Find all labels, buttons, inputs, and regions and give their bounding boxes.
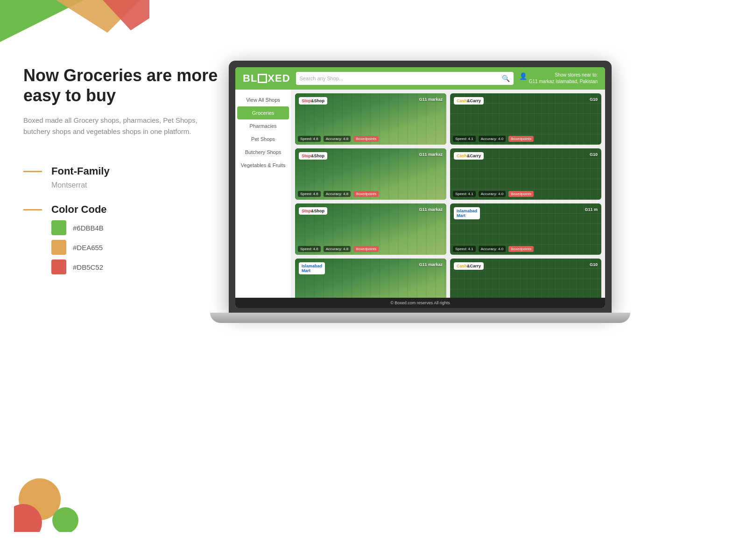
- laptop-body: BLXED Search any Shop... 🔍 👤 Show stores…: [229, 61, 612, 331]
- shop-location-5: G11 markaz: [419, 207, 443, 212]
- badge-text2-2: &Carry: [467, 98, 481, 103]
- shop-badge-1: Stop&Shop: [299, 97, 327, 105]
- badge-text1-7: Islamabad: [302, 264, 322, 268]
- sidebar-item-petshops[interactable]: Pet Shops: [235, 133, 291, 146]
- color-row-2: #DEA655: [51, 240, 219, 255]
- shop-location-6: G11 m: [585, 207, 598, 212]
- badge-text1-4: Cash: [457, 154, 467, 158]
- person-icon: 👤: [519, 72, 527, 81]
- accuracy-badge-2: Accuracy: 4.0: [479, 136, 506, 142]
- left-panel: Now Groceries are more easy to buy Boxed…: [23, 65, 219, 279]
- shop-footer-1: Speed: 4.6 Accuracy: 4.8 Boxedpoints: [298, 136, 379, 142]
- shop-card-3[interactable]: Stop&Shop G11 markaz Speed: 4.6 Accuracy…: [295, 148, 446, 200]
- box-icon: [258, 74, 267, 83]
- speed-badge-5: Speed: 4.6: [298, 246, 321, 252]
- shop-location-8: G10: [590, 262, 598, 267]
- speed-badge-4: Speed: 4.1: [453, 191, 476, 197]
- sub-text: Boxed made all Grocery shops, pharmacies…: [23, 115, 219, 137]
- shop-footer-3: Speed: 4.6 Accuracy: 4.8 Boxedpoints: [298, 191, 379, 197]
- swatch-gold-label: #DEA655: [73, 244, 103, 252]
- app-footer: © Boxed.com reserves All rights: [235, 298, 605, 308]
- shop-card-7[interactable]: IslamabadMart G11 markaz Speed: 4.6 Accu…: [295, 259, 446, 298]
- badge-text2-5: &Shop: [311, 209, 324, 213]
- boxedpoints-badge-2: Boxedpoints: [508, 136, 534, 142]
- boxedpoints-badge-5: Boxedpoints: [353, 246, 379, 252]
- shop-badge-5: Stop&Shop: [299, 207, 327, 215]
- speed-badge-1: Speed: 4.6: [298, 136, 321, 142]
- swatch-gold: [51, 240, 66, 255]
- badge-text2-8: &Carry: [467, 264, 481, 268]
- shop-card-2[interactable]: Cash&Carry G10 Speed: 4.1 Accuracy: 4.0 …: [450, 93, 601, 145]
- app-logo: BLXED: [243, 72, 290, 84]
- boxedpoints-badge-4: Boxedpoints: [508, 191, 534, 197]
- swatch-green: [51, 220, 66, 235]
- app-body: View All Shops Groceries Pharmacies Pet …: [235, 90, 605, 298]
- main-heading: Now Groceries are more easy to buy: [23, 65, 219, 105]
- location-label: Show stores near to:: [529, 72, 598, 78]
- color-row-1: #6DBB4B: [51, 220, 219, 235]
- boxedpoints-badge-1: Boxedpoints: [353, 136, 379, 142]
- accuracy-badge-1: Accuracy: 4.8: [324, 136, 351, 142]
- shop-card-8[interactable]: Cash&Carry G10 Speed: 4.1 Accuracy: 4.0 …: [450, 259, 601, 298]
- shop-location-2: G10: [590, 97, 598, 102]
- search-placeholder-text: Search any Shop...: [300, 76, 499, 81]
- shop-grid: Stop&Shop G11 markaz Speed: 4.6 Accuracy…: [295, 93, 601, 298]
- accuracy-badge-4: Accuracy: 4.0: [479, 191, 506, 197]
- badge-text2-6: Mart: [457, 213, 465, 218]
- shop-card-1[interactable]: Stop&Shop G11 markaz Speed: 4.6 Accuracy…: [295, 93, 446, 145]
- location-info: 👤 Show stores near to: G11 markaz Islama…: [519, 72, 598, 85]
- shop-footer-2: Speed: 4.1 Accuracy: 4.0 Boxedpoints: [453, 136, 534, 142]
- location-value: G11 markaz Islamabad, Pakistan: [529, 78, 598, 85]
- badge-text1-3: Stop: [302, 154, 311, 158]
- badge-text1-2: Cash: [457, 98, 467, 103]
- shop-location-7: G11 markaz: [419, 262, 443, 267]
- boxedpoints-badge-6: Boxedpoints: [508, 246, 534, 252]
- badge-text1-6: Islamabad: [457, 209, 477, 213]
- accuracy-badge-3: Accuracy: 4.8: [324, 191, 351, 197]
- sidebar-item-viewall[interactable]: View All Shops: [235, 93, 291, 106]
- badge-text1-5: Stop: [302, 209, 311, 213]
- sidebar-item-pharmacies[interactable]: Pharmacies: [235, 119, 291, 133]
- color-swatches: #6DBB4B #DEA655 #DB5C52: [23, 220, 219, 274]
- color-section: Color Code #6DBB4B #DEA655 #DB5C52: [23, 203, 219, 274]
- badge-text2-7: Mart: [302, 268, 310, 273]
- main-content: Stop&Shop G11 markaz Speed: 4.6 Accuracy…: [291, 90, 605, 298]
- search-icon: 🔍: [502, 75, 510, 82]
- sidebar-item-vegetables[interactable]: Vegetables & Fruits: [235, 159, 291, 172]
- font-section-label: Font-Family: [51, 165, 110, 177]
- shop-card-6[interactable]: IslamabadMart G11 m Speed: 4.1 Accuracy:…: [450, 203, 601, 255]
- speed-badge-6: Speed: 4.1: [453, 246, 476, 252]
- sidebar: View All Shops Groceries Pharmacies Pet …: [235, 90, 291, 298]
- swatch-red: [51, 259, 66, 274]
- laptop-screen: BLXED Search any Shop... 🔍 👤 Show stores…: [235, 67, 605, 308]
- swatch-green-label: #6DBB4B: [73, 224, 104, 232]
- app-header: BLXED Search any Shop... 🔍 👤 Show stores…: [235, 67, 605, 90]
- font-section: Font-Family Montserrat: [23, 165, 219, 189]
- shop-card-5[interactable]: Stop&Shop G11 markaz Speed: 4.6 Accuracy…: [295, 203, 446, 255]
- speed-badge-2: Speed: 4.1: [453, 136, 476, 142]
- deco-triangles: [0, 0, 149, 47]
- boxedpoints-badge-3: Boxedpoints: [353, 191, 379, 197]
- shop-badge-4: Cash&Carry: [454, 152, 484, 160]
- accuracy-badge-5: Accuracy: 4.8: [324, 246, 351, 252]
- laptop-bezel: BLXED Search any Shop... 🔍 👤 Show stores…: [229, 61, 612, 313]
- shop-location-3: G11 markaz: [419, 152, 443, 157]
- laptop-wrapper: BLXED Search any Shop... 🔍 👤 Show stores…: [229, 61, 747, 560]
- color-section-label: Color Code: [51, 203, 107, 216]
- footer-text: © Boxed.com reserves All rights: [390, 301, 450, 305]
- dash-icon-2: [23, 209, 42, 210]
- color-row-3: #DB5C52: [51, 259, 219, 274]
- speed-badge-3: Speed: 4.6: [298, 191, 321, 197]
- shop-location-4: G10: [590, 152, 598, 157]
- search-bar[interactable]: Search any Shop... 🔍: [296, 72, 514, 85]
- dash-icon: [23, 171, 42, 172]
- sidebar-item-groceries[interactable]: Groceries: [237, 106, 289, 119]
- sidebar-item-butchery[interactable]: Butchery Shops: [235, 146, 291, 159]
- shop-footer-5: Speed: 4.6 Accuracy: 4.8 Boxedpoints: [298, 246, 379, 252]
- swatch-red-label: #DB5C52: [73, 263, 103, 271]
- deco-circles: [14, 457, 89, 532]
- shop-card-4[interactable]: Cash&Carry G10 Speed: 4.1 Accuracy: 4.0 …: [450, 148, 601, 200]
- shop-badge-2: Cash&Carry: [454, 97, 484, 105]
- shop-badge-7: IslamabadMart: [299, 262, 325, 274]
- badge-text1-8: Cash: [457, 264, 467, 268]
